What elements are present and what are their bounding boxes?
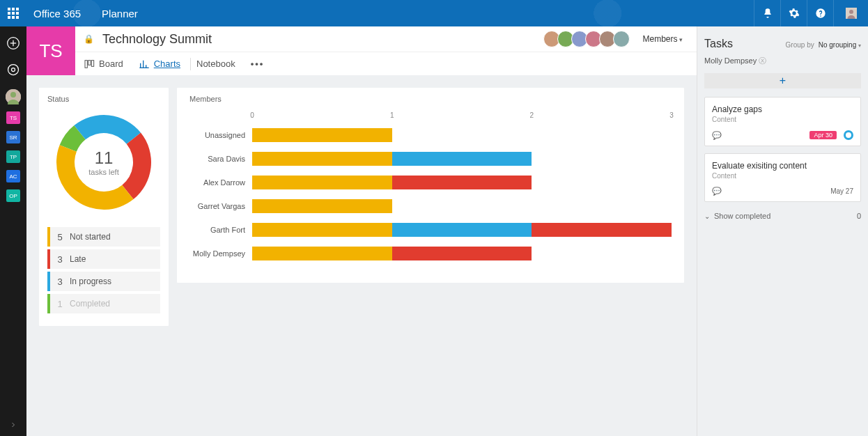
- legend-row[interactable]: 1 Completed: [47, 294, 160, 313]
- left-rail: TSSRTPACOP: [0, 26, 26, 436]
- group-by-dropdown[interactable]: Group byNo grouping ▾: [786, 41, 861, 49]
- app-name[interactable]: Planner: [102, 8, 138, 20]
- bar-segment-notStarted: [252, 152, 392, 166]
- chevron-down-icon: ⌄: [704, 212, 710, 220]
- legend-label: Completed: [70, 299, 110, 309]
- plan-tile-ac[interactable]: AC: [6, 170, 20, 182]
- legend-row[interactable]: 3 Late: [47, 249, 160, 269]
- svg-rect-11: [91, 60, 93, 66]
- bar-track: [252, 176, 672, 189]
- legend-row[interactable]: 3 In progress: [47, 272, 160, 291]
- tab-label: Charts: [154, 59, 180, 69]
- avatar[interactable]: [613, 31, 630, 47]
- tab-label: Notebook: [196, 59, 235, 69]
- suite-bar: Office 365 Planner: [0, 0, 868, 26]
- settings-icon[interactable]: [780, 0, 807, 26]
- bar-label: Unassigned: [189, 131, 252, 139]
- task-title: Evaluate exisiting content: [712, 161, 853, 171]
- suite-brand[interactable]: Office 365: [33, 8, 81, 20]
- svg-point-6: [12, 68, 15, 72]
- members-card: Members 0123 UnassignedSara DavisAlex Da…: [177, 88, 684, 283]
- bar-row[interactable]: Garret Vargas: [189, 198, 672, 215]
- bar-segment-late: [392, 247, 532, 260]
- plan-tile-sr[interactable]: SR: [6, 131, 20, 143]
- plan-tile-tp[interactable]: TP: [6, 150, 20, 163]
- tasks-left-label: tasks left: [88, 168, 118, 176]
- bar-label: Garth Fort: [189, 226, 252, 234]
- task-card[interactable]: Analyze gaps Content 💬 Apr 30: [704, 97, 861, 146]
- add-task-button[interactable]: +: [704, 73, 861, 88]
- legend-count: 5: [50, 232, 70, 242]
- due-text: May 27: [830, 187, 853, 195]
- svg-rect-10: [88, 60, 91, 65]
- tasks-title: Tasks: [704, 38, 733, 50]
- notifications-icon[interactable]: [754, 0, 780, 26]
- svg-point-8: [10, 92, 16, 98]
- bar-track: [252, 128, 672, 142]
- expand-rail-icon[interactable]: [0, 421, 26, 429]
- bar-track: [252, 247, 672, 260]
- new-plan-icon[interactable]: [0, 32, 26, 54]
- bar-row[interactable]: Garth Fort: [189, 221, 672, 238]
- bar-row[interactable]: Sara Davis: [189, 150, 672, 167]
- legend-label: Late: [70, 254, 86, 264]
- my-tasks-avatar[interactable]: [6, 89, 21, 104]
- plan-tile-op[interactable]: OP: [6, 189, 20, 202]
- bar-track: [252, 152, 672, 166]
- task-category: Content: [712, 116, 853, 123]
- axis-tick: 0: [250, 111, 254, 119]
- show-completed-toggle[interactable]: ⌄ Show completed 0: [704, 212, 861, 220]
- svg-point-1: [849, 10, 853, 14]
- clear-filter-icon[interactable]: ⓧ: [759, 56, 766, 65]
- bar-segment-notStarted: [252, 247, 392, 260]
- bar-segment-late: [532, 223, 672, 237]
- member-avatars[interactable]: [546, 31, 630, 47]
- app-launcher-icon[interactable]: [0, 0, 26, 26]
- bar-segment-inProgress: [392, 223, 532, 237]
- legend-label: Not started: [70, 232, 111, 242]
- legend-count: 3: [50, 254, 70, 265]
- plan-header: TS 🔒 Technology Summit: [26, 26, 697, 75]
- hub-icon[interactable]: [0, 59, 26, 81]
- svg-rect-9: [85, 60, 87, 68]
- comment-icon[interactable]: 💬: [712, 131, 722, 140]
- legend-count: 3: [50, 277, 70, 287]
- bar-row[interactable]: Unassigned: [189, 127, 672, 143]
- legend-row[interactable]: 5 Not started: [47, 227, 160, 247]
- status-card: Status 11 tasks left 5 Not started 3 Lat…: [39, 88, 169, 326]
- plan-title: Technology Summit: [102, 32, 212, 47]
- comment-icon[interactable]: 💬: [712, 187, 722, 196]
- card-title: Members: [189, 95, 672, 103]
- task-card[interactable]: Evaluate exisiting content Content 💬 May…: [704, 153, 861, 202]
- due-pill: Apr 30: [809, 131, 837, 139]
- bar-segment-late: [392, 176, 532, 189]
- task-title: Analyze gaps: [712, 104, 853, 114]
- tab-notebook[interactable]: Notebook: [196, 59, 235, 69]
- task-category: Content: [712, 172, 853, 180]
- lock-icon: 🔒: [84, 34, 94, 44]
- tasks-left-count: 11: [95, 148, 114, 168]
- tab-charts[interactable]: Charts: [139, 59, 180, 70]
- axis-tick: 1: [390, 111, 394, 119]
- axis-tick: 2: [530, 111, 534, 119]
- help-icon[interactable]: [807, 0, 833, 26]
- filter-chip: Molly Dempseyⓧ: [704, 56, 861, 66]
- plan-tile-ts[interactable]: TS: [6, 111, 20, 124]
- more-icon[interactable]: •••: [251, 59, 265, 69]
- bar-label: Sara Davis: [189, 155, 252, 163]
- tab-board[interactable]: Board: [84, 59, 123, 70]
- me-avatar[interactable]: [833, 0, 868, 26]
- bar-label: Alex Darrow: [189, 178, 252, 187]
- members-dropdown[interactable]: Members: [642, 34, 683, 44]
- bar-track: [252, 199, 672, 213]
- svg-point-5: [8, 65, 19, 75]
- progress-icon: [844, 130, 853, 140]
- bar-row[interactable]: Alex Darrow: [189, 174, 672, 191]
- bar-track: [252, 223, 672, 237]
- legend-count: 1: [50, 299, 70, 309]
- plan-badge: TS: [26, 26, 75, 75]
- legend-label: In progress: [70, 277, 111, 286]
- tasks-panel: Tasks Group byNo grouping ▾ Molly Dempse…: [697, 26, 868, 436]
- bar-segment-notStarted: [252, 223, 392, 237]
- bar-row[interactable]: Molly Dempsey: [189, 245, 672, 262]
